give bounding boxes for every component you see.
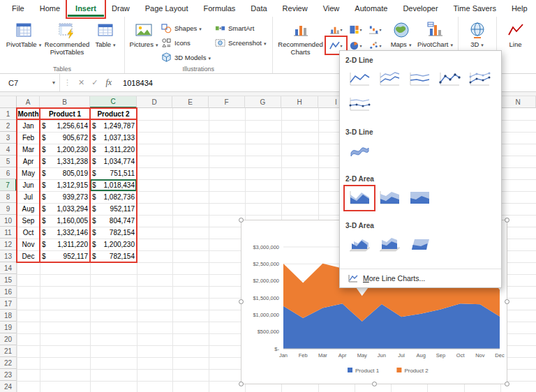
smartart-button[interactable]: SmartArt: [213, 22, 269, 35]
pivotchart-button[interactable]: PivotChart: [417, 19, 454, 49]
column-header-F[interactable]: F: [209, 96, 245, 108]
tab-review[interactable]: Review: [275, 0, 315, 17]
formula-input[interactable]: 1018434: [123, 79, 153, 87]
shapes-button[interactable]: Shapes: [159, 22, 213, 35]
tab-draw[interactable]: Draw: [104, 0, 137, 17]
row-header-3[interactable]: 3: [0, 132, 17, 144]
sparkline-line-button[interactable]: Line: [500, 19, 531, 49]
row-header-19[interactable]: 19: [0, 322, 17, 333]
row-header-9[interactable]: 9: [0, 203, 17, 215]
3d-models-button[interactable]: 3D Models: [159, 51, 213, 64]
option-area[interactable]: [345, 187, 373, 209]
insert-function-icon[interactable]: fx: [105, 77, 112, 88]
column-header-E[interactable]: E: [172, 96, 209, 108]
tab-time-savers[interactable]: Time Savers: [446, 0, 504, 17]
row-header-13[interactable]: 13: [0, 250, 17, 262]
column-header-D[interactable]: D: [137, 96, 172, 108]
enter-icon[interactable]: ✓: [91, 78, 98, 87]
tab-help[interactable]: Help: [504, 0, 535, 17]
tab-data[interactable]: Data: [243, 0, 274, 17]
icons-button[interactable]: Icons: [159, 36, 213, 50]
name-box[interactable]: C7: [0, 74, 60, 91]
option-3d-100-stacked-area[interactable]: [405, 234, 433, 256]
row-header-17[interactable]: 17: [0, 298, 17, 310]
row-header-21[interactable]: 21: [0, 345, 17, 357]
row-header-24[interactable]: 24: [0, 381, 17, 392]
column-header-B[interactable]: B: [40, 96, 90, 108]
option-3d-stacked-area[interactable]: [375, 234, 403, 256]
chart-resize-handle[interactable]: [239, 299, 244, 304]
chart-resize-handle[interactable]: [239, 218, 244, 223]
option-stacked-line[interactable]: [375, 68, 403, 91]
row-header-7[interactable]: 7: [0, 179, 17, 191]
option-stacked-area[interactable]: [375, 187, 403, 209]
screenshot-button[interactable]: Screenshot: [213, 36, 269, 50]
tab-automate[interactable]: Automate: [347, 0, 395, 17]
row-header-11[interactable]: 11: [0, 227, 17, 239]
option-3d-line[interactable]: [345, 140, 373, 163]
chart-resize-handle[interactable]: [239, 382, 244, 386]
row-header-20[interactable]: 20: [0, 333, 17, 345]
option-line-with-markers[interactable]: [436, 68, 463, 91]
pivotchart-label: PivotChart: [417, 41, 453, 49]
row-header-10[interactable]: 10: [0, 215, 17, 227]
tab-view[interactable]: View: [315, 0, 348, 17]
row-header-18[interactable]: 18: [0, 310, 17, 322]
chart-resize-handle[interactable]: [505, 299, 509, 304]
column-header-N[interactable]: N: [500, 96, 536, 108]
option-100-stacked-line-with-markers[interactable]: [345, 93, 373, 116]
pivottable-button[interactable]: PivotTable: [3, 19, 44, 49]
row-header-2[interactable]: 2: [0, 120, 17, 132]
chart-resize-handle[interactable]: [505, 218, 509, 223]
tab-developer[interactable]: Developer: [395, 0, 445, 17]
row-header-6[interactable]: 6: [0, 167, 17, 179]
option-100-stacked-line[interactable]: [405, 68, 433, 91]
line-chart-dropdown-menu: 2-D Line 3-D Line: [339, 50, 502, 288]
maps-button[interactable]: Maps: [386, 19, 417, 49]
tables-group-label: Tables: [0, 66, 124, 73]
select-all-corner[interactable]: [0, 96, 17, 108]
tab-insert[interactable]: Insert: [68, 0, 104, 17]
insert-column-chart-button[interactable]: [327, 22, 345, 37]
more-line-charts-button[interactable]: More Line Charts...: [340, 269, 501, 287]
row-header-16[interactable]: 16: [0, 286, 17, 298]
pictures-button[interactable]: Pictures: [128, 19, 159, 49]
insert-waterfall-chart-button[interactable]: [366, 22, 385, 37]
tab-file[interactable]: File: [4, 0, 32, 17]
insert-hierarchy-chart-button[interactable]: [346, 22, 365, 37]
row-header-5[interactable]: 5: [0, 156, 17, 167]
row-header-1[interactable]: 1: [0, 108, 17, 120]
row-header-14[interactable]: 14: [0, 262, 17, 274]
svg-text:Mar: Mar: [318, 352, 327, 359]
tab-page-layout[interactable]: Page Layout: [137, 0, 196, 17]
column-header-G[interactable]: G: [245, 96, 281, 108]
tab-home[interactable]: Home: [32, 0, 68, 17]
row-header-22[interactable]: 22: [0, 357, 17, 369]
line-chart-icon: [329, 40, 340, 51]
row-header-12[interactable]: 12: [0, 239, 17, 250]
column-header-A[interactable]: A: [17, 96, 40, 108]
option-100-stacked-area[interactable]: [405, 187, 433, 209]
annotation-table-outline: [16, 107, 137, 263]
row-header-23[interactable]: 23: [0, 369, 17, 381]
3d-map-button[interactable]: 3D: [462, 19, 493, 49]
chart-resize-handle[interactable]: [372, 382, 377, 386]
illustrations-group-label: Illustrations: [125, 66, 272, 73]
row-header-4[interactable]: 4: [0, 144, 17, 156]
option-stacked-line-with-markers[interactable]: [466, 68, 493, 91]
row-header-8[interactable]: 8: [0, 191, 17, 203]
stacked-line-with-markers-option-icon: [468, 70, 491, 89]
svg-text:Oct: Oct: [456, 352, 466, 359]
column-header-H[interactable]: H: [281, 96, 318, 108]
illustrations-column-2: SmartArt Screenshot: [213, 19, 269, 50]
option-3d-area[interactable]: [345, 234, 373, 256]
option-line[interactable]: [345, 68, 373, 91]
recommended-pivottables-button[interactable]: Recommended PivotTables: [44, 19, 90, 56]
table-button[interactable]: Table: [90, 19, 121, 49]
cancel-icon[interactable]: ✕: [78, 78, 84, 87]
recommended-charts-button[interactable]: Recommended Charts: [276, 19, 325, 56]
tab-formulas[interactable]: Formulas: [196, 0, 244, 17]
column-header-C[interactable]: C: [90, 96, 137, 108]
chart-resize-handle[interactable]: [505, 382, 509, 386]
row-header-15[interactable]: 15: [0, 274, 17, 286]
